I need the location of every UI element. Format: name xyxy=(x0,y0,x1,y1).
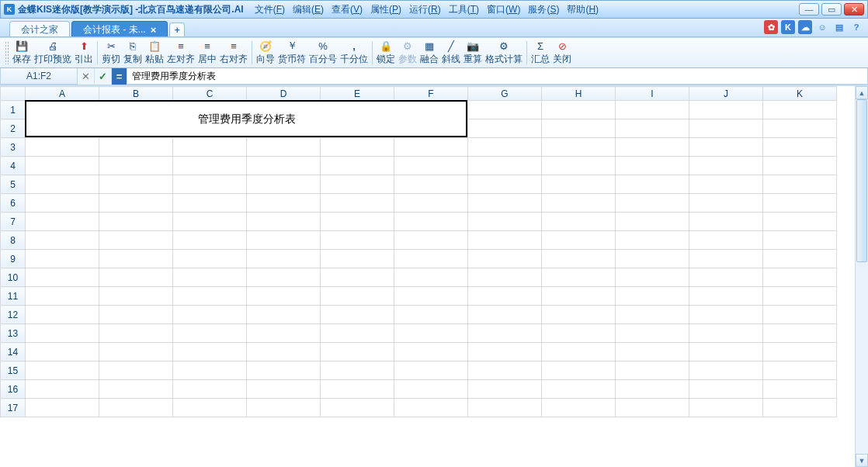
cell[interactable] xyxy=(616,175,689,194)
cell[interactable] xyxy=(689,361,763,380)
cell[interactable] xyxy=(689,213,763,231)
cell[interactable] xyxy=(99,380,173,399)
scroll-down-button[interactable]: ▼ xyxy=(856,454,868,467)
cell[interactable] xyxy=(542,231,616,250)
cell[interactable] xyxy=(173,399,247,417)
cell[interactable] xyxy=(468,194,542,213)
cell[interactable] xyxy=(26,324,99,343)
cell[interactable] xyxy=(542,213,616,231)
close-report-button[interactable]: ⊘关闭 xyxy=(551,38,573,67)
cell[interactable] xyxy=(616,250,689,268)
cell[interactable] xyxy=(763,287,837,306)
column-header[interactable]: H xyxy=(542,87,616,101)
menu-item[interactable]: 文件(F) xyxy=(252,2,288,18)
cell[interactable] xyxy=(321,287,394,306)
cell[interactable] xyxy=(616,380,689,399)
export-button[interactable]: ⬆引出 xyxy=(73,38,95,67)
cell[interactable] xyxy=(26,287,99,306)
cell[interactable] xyxy=(321,361,394,380)
cell[interactable] xyxy=(173,324,247,343)
cell[interactable] xyxy=(173,306,247,324)
cell[interactable] xyxy=(26,399,99,417)
row-header[interactable]: 15 xyxy=(1,361,26,380)
cell[interactable] xyxy=(542,306,616,324)
cell[interactable] xyxy=(321,399,394,417)
recalc-button[interactable]: 📷重算 xyxy=(462,38,484,67)
formula-input[interactable]: 管理费用季度分析表 xyxy=(127,68,868,85)
cell[interactable] xyxy=(689,306,763,324)
copy-button[interactable]: ⎘复制 xyxy=(122,38,144,67)
cell[interactable] xyxy=(99,343,173,361)
cell[interactable] xyxy=(247,250,321,268)
cell[interactable] xyxy=(468,380,542,399)
tab-home[interactable]: 会计之家 xyxy=(9,21,70,36)
row-header[interactable]: 11 xyxy=(1,287,26,306)
cell[interactable] xyxy=(26,306,99,324)
merged-title-cell[interactable]: 管理费用季度分析表 xyxy=(26,101,468,138)
cell[interactable] xyxy=(689,138,763,157)
cell[interactable] xyxy=(468,119,542,138)
cell[interactable] xyxy=(247,157,321,175)
merge-button[interactable]: ▦融合 xyxy=(418,38,440,67)
percent-button[interactable]: %百分号 xyxy=(307,38,339,67)
menu-item[interactable]: 运行(R) xyxy=(406,2,444,18)
cell[interactable] xyxy=(616,194,689,213)
cell[interactable] xyxy=(247,399,321,417)
row-header[interactable]: 14 xyxy=(1,343,26,361)
cell[interactable] xyxy=(394,213,468,231)
cell[interactable] xyxy=(689,268,763,287)
cell[interactable] xyxy=(763,213,837,231)
cell[interactable] xyxy=(394,306,468,324)
cell[interactable] xyxy=(99,324,173,343)
scroll-up-button[interactable]: ▲ xyxy=(856,86,868,99)
cell[interactable] xyxy=(616,399,689,417)
cell[interactable] xyxy=(394,268,468,287)
cell[interactable] xyxy=(468,399,542,417)
cell[interactable] xyxy=(763,324,837,343)
cell[interactable] xyxy=(763,194,837,213)
cell[interactable] xyxy=(616,268,689,287)
cell[interactable] xyxy=(247,231,321,250)
cell[interactable] xyxy=(247,361,321,380)
cell[interactable] xyxy=(394,324,468,343)
column-header[interactable]: A xyxy=(26,87,99,101)
row-header[interactable]: 7 xyxy=(1,213,26,231)
cell[interactable] xyxy=(394,175,468,194)
cell[interactable] xyxy=(247,324,321,343)
cell[interactable] xyxy=(173,380,247,399)
cloud-icon[interactable]: ☁ xyxy=(798,20,812,34)
column-header[interactable]: G xyxy=(468,87,542,101)
column-header[interactable]: J xyxy=(689,87,763,101)
cell[interactable] xyxy=(468,324,542,343)
cell[interactable] xyxy=(394,361,468,380)
cell[interactable] xyxy=(247,194,321,213)
cell[interactable] xyxy=(763,138,837,157)
cell[interactable] xyxy=(763,157,837,175)
cell[interactable] xyxy=(99,306,173,324)
cell[interactable] xyxy=(26,175,99,194)
vertical-scrollbar[interactable]: ▲ ▼ xyxy=(855,86,868,467)
cell[interactable] xyxy=(763,306,837,324)
cell[interactable] xyxy=(99,157,173,175)
cell[interactable] xyxy=(173,138,247,157)
cell[interactable] xyxy=(321,324,394,343)
cell[interactable] xyxy=(468,213,542,231)
cell[interactable] xyxy=(394,231,468,250)
cell[interactable] xyxy=(173,213,247,231)
cell[interactable] xyxy=(26,268,99,287)
menu-item[interactable]: 属性(P) xyxy=(367,2,404,18)
cell[interactable] xyxy=(542,268,616,287)
cell[interactable] xyxy=(321,138,394,157)
cell[interactable] xyxy=(616,101,689,119)
column-header[interactable]: D xyxy=(247,87,321,101)
wizard-button[interactable]: 🧭向导 xyxy=(255,38,276,67)
row-header[interactable]: 13 xyxy=(1,324,26,343)
menu-item[interactable]: 服务(S) xyxy=(525,2,562,18)
cell[interactable] xyxy=(99,250,173,268)
cell[interactable] xyxy=(99,175,173,194)
summary-button[interactable]: Σ汇总 xyxy=(529,38,551,67)
cell[interactable] xyxy=(763,250,837,268)
row-header[interactable]: 10 xyxy=(1,268,26,287)
cell[interactable] xyxy=(26,343,99,361)
formula-cancel-button[interactable]: ✕ xyxy=(78,68,95,85)
